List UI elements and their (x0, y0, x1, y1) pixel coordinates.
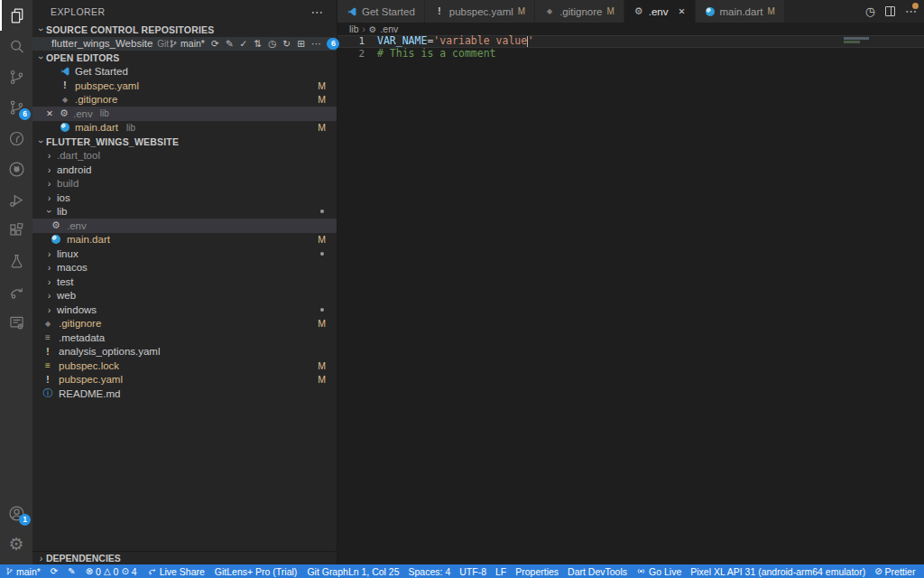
code-line-2[interactable]: 2 # This is a comment (337, 48, 924, 61)
chevron-right-icon: › (44, 150, 54, 161)
open-editor-pubspec-yaml[interactable]: ! pubspec.yaml M (32, 79, 337, 93)
tab-gitignore[interactable]: ◆ .gitignore M (535, 0, 624, 23)
tree-item-linux[interactable]: › linux (32, 247, 337, 261)
git-modified-badge: M (318, 318, 326, 329)
statusbar-branch[interactable]: main* (5, 566, 41, 577)
dart-file-icon (60, 122, 70, 133)
repo-edit-icon[interactable]: ✎ (226, 39, 234, 49)
close-icon[interactable]: ✕ (46, 108, 55, 118)
repo-more-icon[interactable]: ⋯ (311, 39, 321, 49)
statusbar-go-live[interactable]: Go Live (636, 566, 681, 577)
statusbar-encoding[interactable]: UTF-8 (459, 566, 486, 577)
tree-item-readme[interactable]: ⓘ README.md (32, 387, 337, 401)
tree-item-pubspec-yaml[interactable]: ! pubspec.yaml M (32, 373, 337, 387)
tree-item-ios[interactable]: › ios (32, 191, 337, 205)
tab-get-started[interactable]: Get Started (337, 0, 425, 23)
tree-item-pubspec-lock[interactable]: ≡ pubspec.lock M (32, 359, 337, 373)
statusbar-git-graph[interactable]: Git Graph (307, 566, 348, 577)
statusbar-cursor-position[interactable]: Ln 1, Col 25 (348, 566, 400, 577)
dart-file-icon (51, 234, 61, 245)
repo-sync-icon[interactable]: ⟳ (211, 39, 219, 49)
search-icon[interactable] (0, 31, 32, 61)
chevron-right-icon: › (44, 262, 54, 273)
testing-flask-icon[interactable] (0, 246, 32, 276)
tree-item-web[interactable]: › web (32, 289, 337, 303)
tree-item-analysis-options[interactable]: ! analysis_options.yaml (32, 345, 337, 359)
tree-item-env[interactable]: ⚙ .env (32, 219, 337, 233)
breadcrumb-separator-icon: › (363, 24, 365, 34)
tree-item-metadata[interactable]: ≡ .metadata (32, 331, 337, 345)
status-bar: main* ⟳ ✎ ⊗ 0 △ 0 ⊙ 4 Live Share GitLens… (0, 564, 924, 578)
statusbar-gitlens[interactable]: GitLens+ Pro (Trial) (215, 566, 298, 577)
scm-repo-row[interactable]: flutter_wings_Website Git main* ⟳ ✎ ✓ ⇅ … (32, 37, 337, 51)
tree-item-test[interactable]: › test (32, 275, 337, 289)
split-editor-icon[interactable] (885, 6, 895, 16)
statusbar-compare-icon[interactable]: ✎ (68, 566, 75, 576)
dependencies-section-header[interactable]: › DEPENDENCIES (32, 551, 337, 564)
tree-item-dart-tool[interactable]: › .dart_tool (32, 149, 337, 163)
timeline-clock-icon[interactable] (0, 123, 32, 154)
tree-item-lib[interactable]: › lib (32, 205, 337, 219)
open-editor-get-started[interactable]: Get Started (32, 65, 337, 79)
local-history-icon[interactable]: ◷ (865, 5, 875, 18)
repo-refresh-icon[interactable]: ↻ (282, 39, 291, 49)
git-modified-badge: M (318, 94, 326, 105)
code-editor[interactable]: 1 VAR_NAME='variable value' 2 # This is … (337, 35, 924, 60)
repo-changes-badge: 6 (327, 38, 339, 50)
breadcrumb[interactable]: lib › ⚙ .env (337, 23, 924, 35)
chevron-right-icon: › (44, 248, 54, 259)
account-icon[interactable]: 1 (0, 498, 32, 528)
statusbar-indentation[interactable]: Spaces: 4 (409, 566, 451, 577)
statusbar-eol[interactable]: LF (495, 566, 506, 577)
statusbar-language[interactable]: Properties (515, 566, 559, 577)
live-share-icon[interactable] (0, 276, 32, 307)
statusbar-problems[interactable]: ⊗ 0 △ 0 ⊙ 4 (86, 566, 137, 577)
repo-graph-icon[interactable]: ⊞ (297, 39, 305, 49)
workspace-section-header[interactable]: › FLUTTER_WINGS_WEBSITE (32, 135, 337, 149)
tree-item-macos[interactable]: › macos (32, 261, 337, 275)
chevron-right-icon: › (44, 164, 54, 175)
close-icon[interactable]: ✕ (679, 6, 686, 16)
minimap[interactable] (844, 41, 860, 43)
yaml-file-icon: ! (42, 374, 53, 385)
statusbar-sync-icon[interactable]: ⟳ (51, 566, 58, 576)
tab-main-dart[interactable]: main.dart M (696, 0, 785, 23)
github-icon[interactable] (0, 154, 32, 184)
statusbar-dart-devtools[interactable]: Dart DevTools (568, 566, 627, 577)
statusbar-prettier[interactable]: ⊘ Prettier (874, 566, 915, 577)
open-editor-gitignore[interactable]: ◆ .gitignore M (32, 93, 337, 107)
line-number: 2 (337, 48, 365, 61)
open-editor-env[interactable]: ✕ ⚙ .env lib (32, 107, 337, 121)
git-modified-badge: M (606, 6, 614, 16)
statusbar-device-selector[interactable]: Pixel XL API 31 (android-arm64 emulator) (690, 566, 865, 577)
open-editor-main-dart[interactable]: main.dart lib M (32, 121, 337, 135)
chevron-down-icon: › (36, 136, 47, 146)
tree-item-gitignore[interactable]: ◆ .gitignore M (32, 317, 337, 331)
remote-explorer-icon[interactable] (0, 307, 32, 338)
gitlens-scm-icon[interactable]: 6 (0, 92, 32, 123)
statusbar-live-share[interactable]: Live Share (147, 566, 205, 577)
vscode-window: 6 (0, 0, 924, 578)
extensions-icon[interactable] (0, 215, 32, 246)
explorer-more-icon[interactable]: ⋯ (311, 5, 324, 19)
repo-branch[interactable]: main* (169, 38, 205, 49)
tree-item-android[interactable]: › android (32, 163, 337, 177)
tree-item-main-dart[interactable]: main.dart M (32, 233, 337, 247)
repo-history-icon[interactable]: ◷ (268, 39, 276, 49)
tree-item-windows[interactable]: › windows (32, 303, 337, 317)
source-control-icon[interactable] (0, 61, 32, 92)
repo-pull-push-icon[interactable]: ⇅ (254, 39, 262, 49)
code-line-1[interactable]: 1 VAR_NAME='variable value' (337, 35, 924, 48)
open-editors-section-header[interactable]: › OPEN EDITORS (32, 51, 337, 65)
tree-item-build[interactable]: › build (32, 177, 337, 191)
info-file-icon: ⓘ (42, 388, 53, 399)
tab-env[interactable]: ⚙ .env ✕ (624, 0, 696, 23)
minimap[interactable] (844, 37, 869, 40)
tab-pubspec-yaml[interactable]: ! pubspec.yaml M (425, 0, 535, 23)
run-debug-icon[interactable] (0, 184, 32, 215)
repo-commit-icon[interactable]: ✓ (240, 39, 248, 49)
chevron-down-icon: › (36, 52, 47, 62)
explorer-icon[interactable] (0, 0, 32, 31)
settings-gear-icon[interactable]: ⚙ (0, 528, 32, 559)
scm-repositories-section-header[interactable]: › SOURCE CONTROL REPOSITORIES (32, 23, 337, 37)
